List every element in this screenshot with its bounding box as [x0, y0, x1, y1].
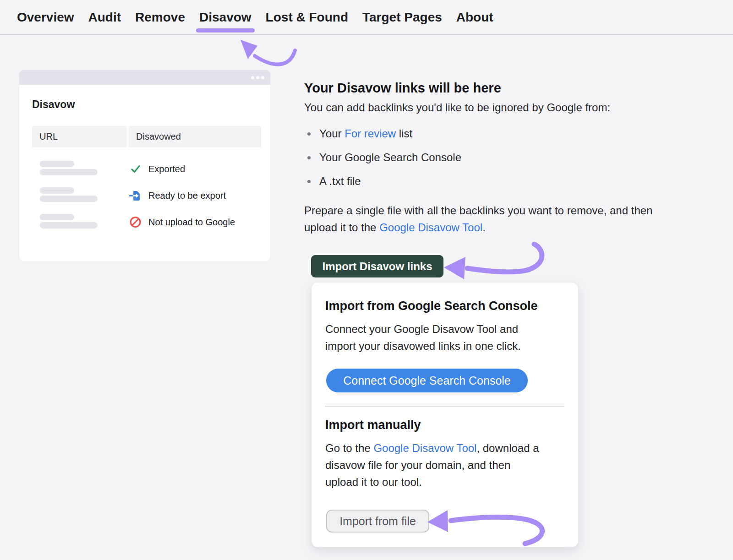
prepare-file-text: Prepare a single file with all the backl…: [304, 202, 652, 236]
tab-disavow[interactable]: Disavow: [199, 10, 252, 25]
manual-section-description: Go to the Google Disavow Tool, download …: [325, 440, 539, 490]
status-label: Not upload to Google: [148, 217, 235, 228]
skeleton-bar: [40, 169, 98, 175]
tab-lost-and-found[interactable]: Lost & Found: [266, 10, 348, 25]
google-disavow-tool-link[interactable]: Google Disavow Tool: [379, 221, 482, 234]
page-title: Your Disavow links will be here: [304, 81, 501, 96]
bullet-text: A .txt file: [319, 174, 361, 189]
bullet-text: list: [396, 127, 412, 140]
bullet-icon: [307, 132, 311, 136]
disavow-preview-card: Disavow URL Disavowed Exported Re: [19, 70, 270, 261]
import-options-popup: Import from Google Search Console Connec…: [312, 283, 578, 547]
bullet-icon: [307, 180, 311, 183]
check-icon: [129, 163, 142, 175]
bullet-text: Your Google Search Console: [319, 150, 461, 165]
bullet-icon: [307, 156, 311, 159]
import-disavow-links-button[interactable]: Import Disavow links: [311, 255, 443, 277]
intro-text: You can add backlinks you'd like to be i…: [304, 101, 610, 114]
manual-section-heading: Import manually: [325, 418, 421, 432]
list-item: Your Google Search Console: [304, 150, 461, 165]
sources-list: Your For review list Your Google Search …: [304, 126, 461, 198]
skeleton-bar: [40, 214, 74, 220]
tab-about[interactable]: About: [456, 10, 493, 25]
list-item: Your For review list: [304, 126, 461, 141]
status-label: Exported: [148, 164, 185, 174]
tab-target-pages[interactable]: Target Pages: [362, 10, 442, 25]
tab-audit[interactable]: Audit: [88, 10, 121, 25]
skeleton-bar: [40, 196, 98, 202]
connect-google-search-console-button[interactable]: Connect Google Search Console: [326, 369, 528, 392]
tab-disavow-label: Disavow: [199, 10, 252, 24]
column-header-disavowed: Disavowed: [129, 126, 261, 147]
gsc-section-description: Connect your Google Disavow Tool and imp…: [325, 321, 521, 354]
preview-card-title: Disavow: [32, 98, 75, 111]
google-disavow-tool-link[interactable]: Google Disavow Tool: [373, 442, 476, 454]
list-item: A .txt file: [304, 174, 461, 189]
blocked-icon: [129, 216, 142, 228]
tab-remove[interactable]: Remove: [135, 10, 185, 25]
for-review-link[interactable]: For review: [345, 127, 396, 140]
import-from-file-button[interactable]: Import from file: [326, 510, 429, 533]
top-navigation: Overview Audit Remove Disavow Lost & Fou…: [0, 0, 733, 35]
column-header-url: URL: [32, 126, 127, 147]
bullet-text: Your: [319, 127, 345, 140]
active-tab-underline: [196, 28, 255, 33]
gsc-section-heading: Import from Google Search Console: [325, 299, 538, 313]
browser-titlebar: [19, 70, 270, 85]
skeleton-bar: [40, 161, 74, 167]
section-divider: [325, 406, 564, 407]
disavow-page: Overview Audit Remove Disavow Lost & Fou…: [0, 0, 733, 560]
table-row-status-exported: Exported: [129, 163, 185, 175]
export-file-icon: [129, 189, 142, 202]
table-row-status-not-uploaded: Not upload to Google: [129, 216, 235, 228]
skeleton-bar: [40, 187, 74, 194]
arrow-to-import-disavow-button-icon: [444, 244, 542, 279]
status-label: Ready to be export: [148, 190, 226, 201]
prepare-line-1: Prepare a single file with all the backl…: [304, 202, 652, 219]
tab-overview[interactable]: Overview: [17, 10, 74, 25]
table-row-status-ready: Ready to be export: [129, 189, 226, 202]
window-dots-icon: [251, 76, 264, 79]
arrow-to-disavow-tab-icon: [241, 40, 295, 65]
prepare-line-2: upload it to the Google Disavow Tool.: [304, 219, 652, 236]
skeleton-bar: [40, 222, 98, 228]
